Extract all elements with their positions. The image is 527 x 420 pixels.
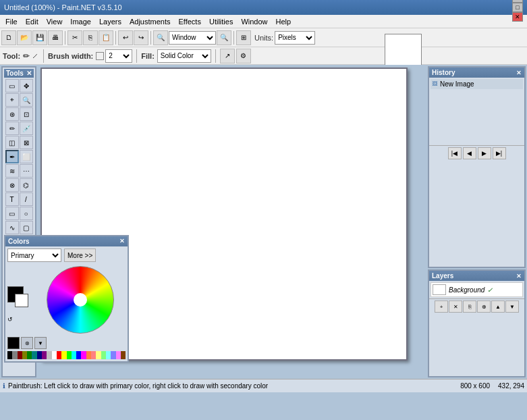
palette-color-cell[interactable]	[106, 351, 111, 359]
tool-rectangle-select[interactable]: ▭	[5, 79, 19, 93]
color-picker-btn[interactable]: ⊛	[21, 337, 33, 349]
tool-recolor[interactable]: ⌬	[20, 178, 33, 192]
palette-color-cell[interactable]	[72, 351, 76, 359]
palette-color-cell[interactable]	[57, 351, 61, 359]
menu-help[interactable]: Help	[272, 16, 296, 27]
maximize-button[interactable]: □	[512, 3, 523, 12]
tool-clone[interactable]: ⊗	[5, 178, 19, 192]
layer-down-button[interactable]: ▼	[505, 300, 519, 313]
history-last-button[interactable]: ▶|	[493, 147, 506, 159]
tool-move[interactable]: ✥	[20, 79, 33, 93]
secondary-color-swatch[interactable]	[15, 294, 28, 307]
tool-extra1[interactable]: ↗	[220, 49, 235, 63]
grid-button[interactable]: ⊞	[236, 30, 251, 45]
cut-button[interactable]: ✂	[67, 30, 82, 45]
more-colors-button[interactable]: More >>	[64, 248, 96, 262]
tool-crop[interactable]: ⊡	[20, 107, 33, 121]
layer-delete-button[interactable]: ✕	[449, 300, 462, 313]
history-next-button[interactable]: ▶	[478, 147, 491, 159]
menu-layers[interactable]: Layers	[95, 16, 126, 27]
palette-color-cell[interactable]	[67, 351, 72, 359]
history-close-icon[interactable]: ✕	[516, 70, 522, 76]
zoom-in-button[interactable]: 🔍	[153, 30, 168, 45]
save-button[interactable]: 💾	[32, 30, 47, 45]
palette-color-cell[interactable]	[7, 351, 12, 359]
palette-color-cell[interactable]	[86, 351, 91, 359]
open-button[interactable]: 📂	[17, 30, 32, 45]
tool-gradient[interactable]: ◫	[5, 136, 19, 149]
palette-color-cell[interactable]	[12, 351, 17, 359]
palette-color-cell[interactable]	[22, 351, 27, 359]
color-mode-select[interactable]: Primary Secondary	[7, 248, 61, 262]
redo-button[interactable]: ↪	[134, 30, 148, 45]
tool-brush[interactable]: ✒	[5, 150, 19, 163]
layer-add-button[interactable]: +	[435, 300, 448, 313]
palette-color-cell[interactable]	[37, 351, 42, 359]
menu-file[interactable]: File	[1, 16, 22, 27]
undo-button[interactable]: ↩	[118, 30, 133, 45]
menu-effects[interactable]: Effects	[175, 16, 205, 27]
tool-sharp[interactable]: ⋯	[20, 164, 33, 178]
palette-color-cell[interactable]	[61, 351, 66, 359]
menu-image[interactable]: Image	[66, 16, 95, 27]
palette-color-cell[interactable]	[111, 351, 115, 359]
layer-duplicate-button[interactable]: ⎘	[463, 300, 476, 313]
palette-color-cell[interactable]	[116, 351, 121, 359]
tool-rounded-rect[interactable]: ▢	[20, 221, 33, 234]
layers-close-icon[interactable]: ✕	[516, 273, 522, 280]
palette-color-cell[interactable]	[76, 351, 81, 359]
menu-edit[interactable]: Edit	[22, 16, 43, 27]
tool-paint-bucket[interactable]: ⊠	[20, 136, 33, 149]
color-wheel[interactable]	[47, 266, 114, 334]
tool-magic-wand[interactable]: ⊛	[5, 107, 19, 121]
zoom-out-button[interactable]: 🔍	[217, 30, 231, 45]
tool-text[interactable]: T	[5, 192, 19, 206]
reset-colors-button[interactable]: ↺	[7, 315, 32, 323]
fill-select[interactable]: Solid Color No Fill	[157, 49, 211, 63]
menu-utilities[interactable]: Utilities	[205, 16, 237, 27]
menu-window[interactable]: Window	[237, 16, 271, 27]
history-item[interactable]: 🖼 New Image	[431, 79, 523, 89]
palette-color-cell[interactable]	[52, 351, 57, 359]
primary-color-swatch[interactable]	[7, 286, 24, 303]
brush-width-select[interactable]: 2	[105, 49, 132, 63]
tool-zoom[interactable]: 🔍	[20, 93, 33, 107]
black-swatch[interactable]	[7, 337, 20, 349]
palette-color-cell[interactable]	[81, 351, 86, 359]
layer-item[interactable]: Background ✓	[431, 282, 523, 297]
history-prev-button[interactable]: ◀	[463, 147, 476, 159]
paste-button[interactable]: 📋	[99, 30, 113, 45]
tool-extra2[interactable]: ⚙	[236, 49, 251, 63]
palette-color-cell[interactable]	[27, 351, 32, 359]
history-first-button[interactable]: |◀	[448, 147, 462, 159]
menu-adjustments[interactable]: Adjustments	[126, 16, 175, 27]
print-button[interactable]: 🖶	[48, 30, 63, 45]
view-select[interactable]: Window	[169, 31, 216, 45]
tool-freeform[interactable]: ∿	[5, 221, 19, 234]
tool-lasso[interactable]: ⌖	[5, 93, 19, 107]
new-button[interactable]: 🗋	[1, 30, 16, 45]
colors-close-icon[interactable]: ✕	[119, 238, 125, 245]
palette-color-cell[interactable]	[47, 351, 51, 359]
palette-color-cell[interactable]	[32, 351, 36, 359]
layer-merge-button[interactable]: ⊕	[477, 300, 491, 313]
menu-view[interactable]: View	[43, 16, 67, 27]
tool-smudge[interactable]: ≋	[5, 164, 19, 178]
tool-line[interactable]: /	[20, 192, 33, 206]
tool-pencil[interactable]: ✏	[5, 122, 19, 135]
tools-close-icon[interactable]: ✕	[26, 70, 32, 77]
palette-color-cell[interactable]	[91, 351, 96, 359]
tool-eraser[interactable]: ⬜	[20, 150, 33, 163]
tool-ellipse[interactable]: ○	[20, 207, 33, 220]
palette-color-cell[interactable]	[101, 351, 106, 359]
tool-shapes[interactable]: ▭	[5, 207, 19, 220]
tool-color-picker[interactable]: 💉	[20, 122, 33, 135]
color-arrow-btn[interactable]: ▼	[34, 337, 47, 349]
palette-color-cell[interactable]	[18, 351, 22, 359]
palette-color-cell[interactable]	[96, 351, 101, 359]
palette-color-cell[interactable]	[121, 351, 126, 359]
palette-color-cell[interactable]	[42, 351, 47, 359]
layer-up-button[interactable]: ▲	[491, 300, 505, 313]
copy-button[interactable]: ⎘	[83, 30, 98, 45]
units-select[interactable]: Pixels Inches Centimeters	[275, 31, 315, 45]
